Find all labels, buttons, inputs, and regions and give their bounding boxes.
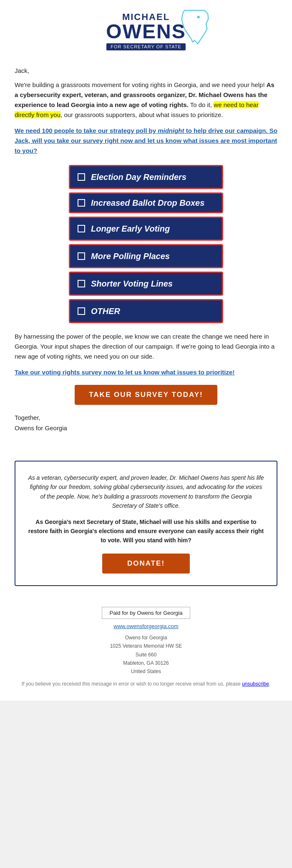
checkbox-label-2: Increased Ballot Drop Boxes: [91, 198, 204, 208]
donate-button[interactable]: DONATE!: [102, 554, 190, 574]
logo-sub: FOR SECRETARY OF STATE: [106, 43, 186, 50]
survey-button[interactable]: TAKE OUR SURVEY TODAY!: [75, 385, 217, 405]
logo: MICHAEL OWENS FOR SECRETARY OF STATE: [106, 12, 186, 50]
georgia-outline-icon: [178, 8, 211, 46]
checkbox-ballot-drop[interactable]: Increased Ballot Drop Boxes: [69, 192, 223, 213]
footer-unsubscribe: If you believe you received this message…: [15, 680, 277, 688]
checkbox-square-4: [78, 252, 85, 260]
unsubscribe-link[interactable]: unsubscribe: [242, 681, 269, 687]
checkbox-label-4: More Polling Places: [91, 251, 170, 261]
checkbox-early-voting[interactable]: Longer Early Voting: [69, 217, 223, 241]
bio-box: As a veteran, cybersecurity expert, and …: [15, 461, 277, 586]
bio-italic-text: As a veteran, cybersecurity expert, and …: [28, 473, 264, 511]
header: MICHAEL OWENS FOR SECRETARY OF STATE: [0, 0, 292, 59]
footer-address-4: United States: [131, 668, 161, 674]
survey-link-2[interactable]: Take our voting rights survey now to let…: [15, 367, 277, 377]
intro-paragraph: We're building a grassroots movement for…: [15, 80, 277, 120]
checkbox-label-1: Election Day Reminders: [91, 172, 186, 182]
checkbox-square-5: [78, 280, 85, 287]
checkbox-square-2: [78, 199, 85, 207]
together-text: Together,: [15, 414, 277, 421]
footer-address: Owens for Georgia 1025 Veterans Memorial…: [15, 634, 277, 676]
bio-bold-text: As Georgia's next Secretary of State, Mi…: [28, 517, 264, 545]
footer-address-1: 1025 Veterans Memorial HW SE: [110, 643, 182, 649]
checkbox-voting-lines[interactable]: Shorter Voting Lines: [69, 272, 223, 296]
footer: Paid for by Owens for Georgia www.owensf…: [0, 599, 292, 701]
footer-address-3: Mableton, GA 30126: [123, 660, 169, 666]
donate-button-container: DONATE!: [28, 554, 264, 574]
body-content: Jack, We're building a grassroots moveme…: [0, 59, 292, 452]
checkbox-square-3: [78, 225, 85, 232]
body-paragraph: By harnessing the power of the people, w…: [15, 332, 277, 362]
survey-link-1[interactable]: We need 100 people to take our strategy …: [15, 126, 277, 156]
checkbox-label-5: Shorter Voting Lines: [91, 279, 173, 289]
greeting: Jack,: [15, 67, 277, 74]
svg-point-0: [197, 16, 199, 18]
checkboxes-section: Election Day Reminders Increased Ballot …: [15, 165, 277, 323]
cta-button-container: TAKE OUR SURVEY TODAY!: [15, 385, 277, 405]
checkbox-square-1: [78, 173, 85, 181]
paid-for-text: Paid for by Owens for Georgia: [110, 610, 183, 616]
logo-owens: OWENS: [106, 22, 186, 42]
checkbox-square-6: [78, 307, 85, 315]
checkbox-polling-places[interactable]: More Polling Places: [69, 244, 223, 268]
footer-address-2: Suite 660: [136, 652, 157, 658]
footer-org: Owens for Georgia: [125, 635, 167, 641]
footer-website-link[interactable]: www.owensforgeorgia.com: [15, 623, 277, 629]
checkbox-label-6: OTHER: [91, 306, 120, 316]
checkbox-label-3: Longer Early Voting: [91, 224, 170, 234]
paid-for-box: Paid for by Owens for Georgia: [102, 607, 191, 619]
checkbox-election-day[interactable]: Election Day Reminders: [69, 165, 223, 189]
signature: Owens for Georgia: [15, 424, 277, 432]
checkbox-other[interactable]: OTHER: [69, 299, 223, 323]
